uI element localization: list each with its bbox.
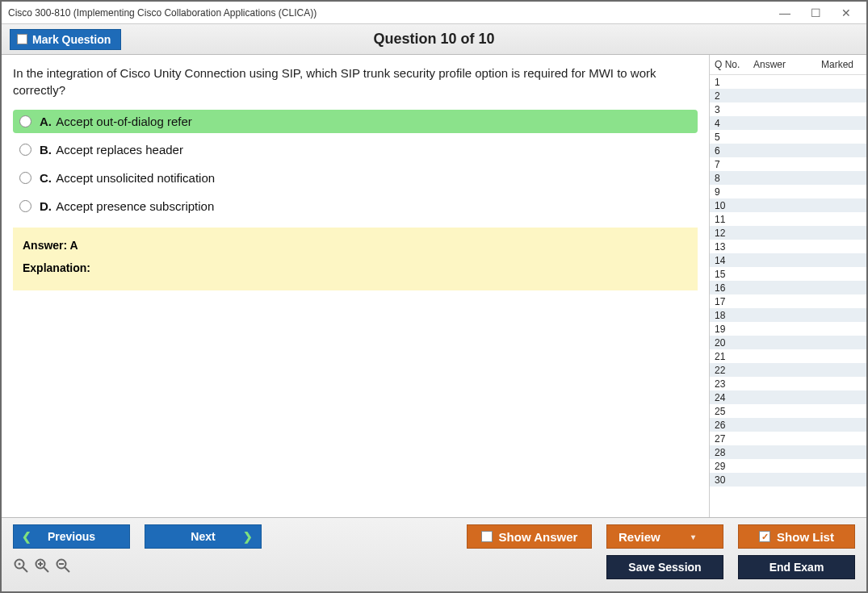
question-number: 23 bbox=[715, 378, 753, 390]
question-list-row[interactable]: 28 bbox=[710, 445, 866, 459]
question-list-row[interactable]: 8 bbox=[710, 171, 866, 185]
question-text: In the integration of Cisco Unity Connec… bbox=[13, 65, 698, 98]
end-exam-button[interactable]: End Exam bbox=[738, 555, 855, 579]
answer-choice[interactable]: B. Accept replaces header bbox=[13, 138, 698, 161]
choice-text: D. Accept presence subscription bbox=[40, 199, 214, 213]
question-list-row[interactable]: 7 bbox=[710, 157, 866, 171]
question-list-row[interactable]: 19 bbox=[710, 322, 866, 336]
question-list-row[interactable]: 17 bbox=[710, 294, 866, 308]
save-session-label: Save Session bbox=[628, 561, 701, 574]
question-number: 8 bbox=[715, 173, 753, 184]
zoom-out-icon[interactable] bbox=[55, 558, 71, 578]
question-list-row[interactable]: 26 bbox=[710, 418, 866, 432]
mark-question-button[interactable]: Mark Question bbox=[10, 29, 121, 50]
question-number: 1 bbox=[715, 77, 753, 88]
question-list-sidebar: Q No. Answer Marked 12345678910111213141… bbox=[709, 55, 866, 517]
question-list-row[interactable]: 29 bbox=[710, 459, 866, 473]
show-list-button[interactable]: ✓ Show List bbox=[738, 524, 855, 549]
question-number: 29 bbox=[715, 461, 753, 472]
question-list-row[interactable]: 15 bbox=[710, 267, 866, 281]
svg-line-4 bbox=[44, 567, 48, 572]
question-number: 17 bbox=[715, 296, 753, 307]
question-number: 16 bbox=[715, 282, 753, 294]
question-list-row[interactable]: 30 bbox=[710, 473, 866, 487]
app-window: Cisco 300-810 (Implementing Cisco Collab… bbox=[0, 0, 868, 593]
question-number: 27 bbox=[715, 433, 753, 445]
review-label: Review bbox=[619, 530, 660, 544]
question-list-row[interactable]: 23 bbox=[710, 377, 866, 390]
show-answer-checkbox-icon bbox=[481, 531, 493, 542]
question-number: 30 bbox=[715, 474, 753, 486]
question-number: 3 bbox=[715, 104, 753, 115]
question-list-row[interactable]: 2 bbox=[710, 89, 866, 102]
previous-button[interactable]: ❮ Previous bbox=[13, 524, 130, 549]
question-list-row[interactable]: 20 bbox=[710, 336, 866, 349]
question-list-row[interactable]: 4 bbox=[710, 116, 866, 130]
save-session-button[interactable]: Save Session bbox=[606, 555, 723, 579]
window-title: Cisco 300-810 (Implementing Cisco Collab… bbox=[8, 7, 317, 19]
question-number: 21 bbox=[715, 351, 753, 362]
mark-question-label: Mark Question bbox=[32, 33, 111, 46]
sidebar-rows[interactable]: 1234567891011121314151617181920212223242… bbox=[710, 75, 866, 517]
question-list-row[interactable]: 12 bbox=[710, 226, 866, 240]
chevron-left-icon: ❮ bbox=[22, 530, 31, 543]
zoom-reset-icon[interactable] bbox=[13, 558, 29, 578]
next-button[interactable]: Next ❯ bbox=[145, 524, 262, 549]
question-panel: In the integration of Cisco Unity Connec… bbox=[2, 55, 709, 517]
question-list-row[interactable]: 22 bbox=[710, 363, 866, 377]
answer-choice[interactable]: C. Accept unsolicited notification bbox=[13, 166, 698, 190]
answer-choice[interactable]: A. Accept out-of-dialog refer bbox=[13, 110, 698, 133]
question-list-row[interactable]: 24 bbox=[710, 390, 866, 404]
radio-icon bbox=[19, 200, 31, 212]
question-list-row[interactable]: 6 bbox=[710, 144, 866, 157]
sidebar-header-answer: Answer bbox=[753, 59, 821, 70]
question-list-row[interactable]: 10 bbox=[710, 198, 866, 212]
sidebar-header-qno: Q No. bbox=[715, 59, 753, 70]
question-number: 28 bbox=[715, 447, 753, 458]
question-list-row[interactable]: 21 bbox=[710, 349, 866, 363]
show-list-label: Show List bbox=[777, 530, 834, 544]
chevron-right-icon: ❯ bbox=[243, 530, 253, 543]
question-list-row[interactable]: 1 bbox=[710, 75, 866, 89]
question-number: 25 bbox=[715, 406, 753, 417]
question-number: 5 bbox=[715, 132, 753, 143]
close-icon[interactable]: ✕ bbox=[839, 6, 853, 20]
question-list-row[interactable]: 27 bbox=[710, 432, 866, 445]
minimize-icon[interactable]: — bbox=[778, 6, 792, 20]
choice-text: A. Accept out-of-dialog refer bbox=[40, 115, 192, 128]
question-number: 2 bbox=[715, 90, 753, 102]
radio-icon bbox=[19, 172, 31, 184]
question-number: 22 bbox=[715, 365, 753, 376]
mark-question-checkbox-icon bbox=[17, 34, 27, 44]
question-list-row[interactable]: 18 bbox=[710, 308, 866, 322]
question-list-row[interactable]: 16 bbox=[710, 281, 866, 294]
maximize-icon[interactable]: ☐ bbox=[808, 6, 823, 20]
question-list-row[interactable]: 3 bbox=[710, 102, 866, 116]
question-list-row[interactable]: 14 bbox=[710, 253, 866, 267]
question-list-row[interactable]: 13 bbox=[710, 240, 866, 253]
question-number: 18 bbox=[715, 310, 753, 321]
question-number: 11 bbox=[715, 214, 753, 225]
chevron-down-icon: ▾ bbox=[691, 532, 695, 541]
question-list-row[interactable]: 11 bbox=[710, 212, 866, 226]
review-dropdown[interactable]: Review ▾ bbox=[606, 524, 723, 549]
answer-line: Answer: A bbox=[23, 239, 688, 252]
question-list-row[interactable]: 5 bbox=[710, 130, 866, 144]
titlebar: Cisco 300-810 (Implementing Cisco Collab… bbox=[2, 2, 866, 24]
show-list-checkbox-icon: ✓ bbox=[759, 531, 770, 542]
choice-text: B. Accept replaces header bbox=[40, 143, 183, 157]
svg-point-2 bbox=[19, 562, 21, 565]
sidebar-header-marked: Marked bbox=[821, 59, 862, 70]
question-number: 26 bbox=[715, 420, 753, 431]
question-list-row[interactable]: 9 bbox=[710, 185, 866, 198]
question-list-row[interactable]: 25 bbox=[710, 404, 866, 418]
question-number: 10 bbox=[715, 200, 753, 211]
question-number: 4 bbox=[715, 118, 753, 129]
zoom-in-icon[interactable] bbox=[34, 558, 50, 578]
answer-choice[interactable]: D. Accept presence subscription bbox=[13, 194, 698, 218]
choices-list: A. Accept out-of-dialog referB. Accept r… bbox=[13, 110, 698, 218]
question-number: 24 bbox=[715, 392, 753, 403]
footer-row-1: ❮ Previous Next ❯ Show Answer Review ▾ ✓… bbox=[13, 524, 855, 549]
radio-icon bbox=[19, 144, 31, 156]
show-answer-button[interactable]: Show Answer bbox=[467, 524, 592, 549]
